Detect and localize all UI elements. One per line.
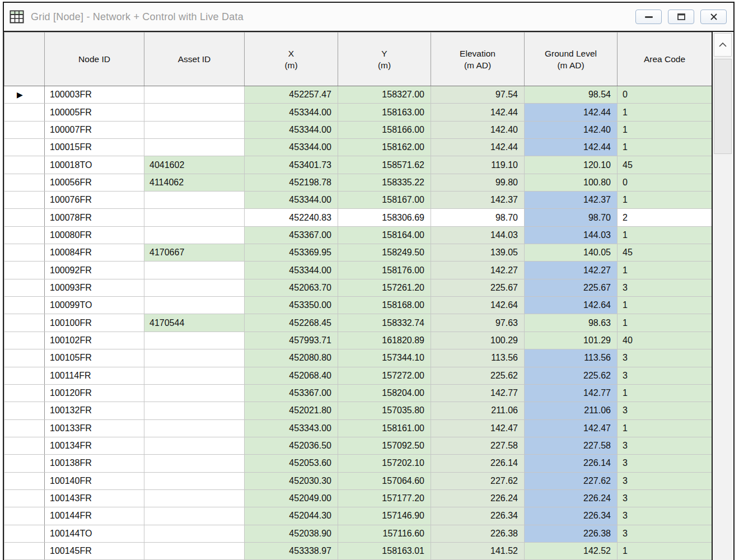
cell-y[interactable]: 157177.20 <box>338 489 431 507</box>
cell-area-code[interactable]: 3 <box>618 349 712 367</box>
cell-y[interactable]: 157146.90 <box>338 507 431 525</box>
cell-ground-level[interactable]: 101.29 <box>525 332 618 349</box>
cell-elevation[interactable]: 142.37 <box>431 192 525 209</box>
cell-asset-id[interactable] <box>144 226 245 244</box>
cell-y[interactable]: 157272.00 <box>338 367 431 384</box>
cell-elevation[interactable]: 100.29 <box>431 332 525 349</box>
cell-node-id[interactable]: 100140FR <box>45 472 144 489</box>
cell-elevation[interactable]: 226.14 <box>431 455 525 472</box>
cell-area-code[interactable]: 40 <box>618 332 712 349</box>
cell-area-code[interactable]: 1 <box>618 542 712 559</box>
column-header-area-code[interactable]: Area Code <box>618 32 712 86</box>
cell-area-code[interactable]: 1 <box>618 139 712 156</box>
row-selector-cell[interactable] <box>4 332 45 349</box>
row-selector-cell[interactable] <box>4 262 45 279</box>
cell-elevation[interactable]: 226.34 <box>431 507 525 525</box>
column-header-y[interactable]: Y (m) <box>338 32 431 86</box>
cell-elevation[interactable]: 227.62 <box>431 472 525 489</box>
cell-x[interactable]: 452198.78 <box>245 174 338 191</box>
cell-area-code[interactable]: 3 <box>618 437 712 454</box>
cell-x[interactable]: 452044.30 <box>245 507 338 525</box>
cell-area-code[interactable]: 0 <box>618 174 712 191</box>
cell-x[interactable]: 453344.00 <box>245 139 338 156</box>
cell-asset-id[interactable] <box>144 384 245 402</box>
cell-x[interactable]: 453338.97 <box>245 542 338 559</box>
cell-area-code[interactable]: 3 <box>618 455 712 472</box>
cell-elevation[interactable]: 139.05 <box>431 244 525 262</box>
row-selector-cell[interactable] <box>4 507 45 525</box>
cell-ground-level[interactable]: 140.05 <box>525 244 618 262</box>
cell-y[interactable]: 157202.10 <box>338 455 431 472</box>
cell-asset-id[interactable]: 4114062 <box>144 174 245 191</box>
cell-node-id[interactable]: 100120FR <box>45 384 144 402</box>
column-header-asset-id[interactable]: Asset ID <box>144 32 245 86</box>
cell-ground-level[interactable]: 113.56 <box>525 349 618 367</box>
row-selector-cell[interactable] <box>4 297 45 314</box>
cell-ground-level[interactable]: 225.62 <box>525 367 618 384</box>
cell-node-id[interactable]: 100114FR <box>45 367 144 384</box>
cell-node-id[interactable]: 100092FR <box>45 262 144 279</box>
cell-x[interactable]: 453344.00 <box>245 192 338 209</box>
column-header-ground-level[interactable]: Ground Level (m AD) <box>525 32 618 86</box>
cell-area-code[interactable]: 3 <box>618 279 712 296</box>
row-selector-cell[interactable] <box>4 174 45 191</box>
cell-x[interactable]: 453350.00 <box>245 297 338 314</box>
cell-x[interactable]: 452068.40 <box>245 367 338 384</box>
cell-asset-id[interactable] <box>144 419 245 437</box>
cell-asset-id[interactable] <box>144 279 245 296</box>
close-button[interactable] <box>700 10 727 24</box>
row-selector-cell[interactable] <box>4 209 45 226</box>
cell-asset-id[interactable] <box>144 262 245 279</box>
row-selector-cell[interactable] <box>4 279 45 296</box>
cell-ground-level[interactable]: 142.64 <box>525 297 618 314</box>
row-selector-cell[interactable] <box>4 402 45 419</box>
cell-x[interactable]: 452021.80 <box>245 402 338 419</box>
cell-ground-level[interactable]: 226.24 <box>525 489 618 507</box>
cell-x[interactable]: 453401.73 <box>245 156 338 174</box>
cell-ground-level[interactable]: 120.10 <box>525 156 618 174</box>
cell-asset-id[interactable]: 4041602 <box>144 156 245 174</box>
cell-elevation[interactable]: 227.58 <box>431 437 525 454</box>
column-header-node-id[interactable]: Node ID <box>45 32 144 86</box>
row-selector-cell[interactable] <box>4 121 45 138</box>
cell-asset-id[interactable] <box>144 139 245 156</box>
cell-node-id[interactable]: 100133FR <box>45 419 144 437</box>
row-selector-cell[interactable] <box>4 192 45 209</box>
cell-ground-level[interactable]: 226.34 <box>525 507 618 525</box>
cell-node-id[interactable]: 100080FR <box>45 226 144 244</box>
row-selector-cell[interactable] <box>4 156 45 174</box>
cell-elevation[interactable]: 142.44 <box>431 104 525 121</box>
cell-node-id[interactable]: 100143FR <box>45 489 144 507</box>
cell-ground-level[interactable]: 211.06 <box>525 402 618 419</box>
cell-asset-id[interactable] <box>144 104 245 121</box>
cell-y[interactable]: 158249.50 <box>338 244 431 262</box>
cell-y[interactable]: 158176.00 <box>338 262 431 279</box>
cell-node-id[interactable]: 100018TO <box>45 156 144 174</box>
cell-asset-id[interactable]: 4170544 <box>144 314 245 332</box>
cell-y[interactable]: 161820.89 <box>338 332 431 349</box>
cell-asset-id[interactable]: 4170667 <box>144 244 245 262</box>
cell-elevation[interactable]: 142.47 <box>431 419 525 437</box>
cell-asset-id[interactable] <box>144 349 245 367</box>
cell-ground-level[interactable]: 142.27 <box>525 262 618 279</box>
cell-ground-level[interactable]: 142.47 <box>525 419 618 437</box>
cell-area-code[interactable]: 1 <box>618 297 712 314</box>
cell-y[interactable]: 158332.74 <box>338 314 431 332</box>
row-selector-cell[interactable]: ▶ <box>4 86 45 104</box>
cell-y[interactable]: 158164.00 <box>338 226 431 244</box>
cell-y[interactable]: 157261.20 <box>338 279 431 296</box>
cell-area-code[interactable]: 1 <box>618 226 712 244</box>
row-selector-cell[interactable] <box>4 489 45 507</box>
cell-node-id[interactable]: 100102FR <box>45 332 144 349</box>
cell-node-id[interactable]: 100100FR <box>45 314 144 332</box>
cell-asset-id[interactable] <box>144 507 245 525</box>
cell-x[interactable]: 452049.00 <box>245 489 338 507</box>
cell-elevation[interactable]: 142.64 <box>431 297 525 314</box>
column-header-x[interactable]: X (m) <box>245 32 338 86</box>
row-selector-cell[interactable] <box>4 139 45 156</box>
cell-ground-level[interactable]: 98.54 <box>525 86 618 104</box>
cell-y[interactable]: 158571.62 <box>338 156 431 174</box>
cell-node-id[interactable]: 100007FR <box>45 121 144 138</box>
cell-area-code[interactable]: 1 <box>618 192 712 209</box>
cell-ground-level[interactable]: 226.14 <box>525 455 618 472</box>
